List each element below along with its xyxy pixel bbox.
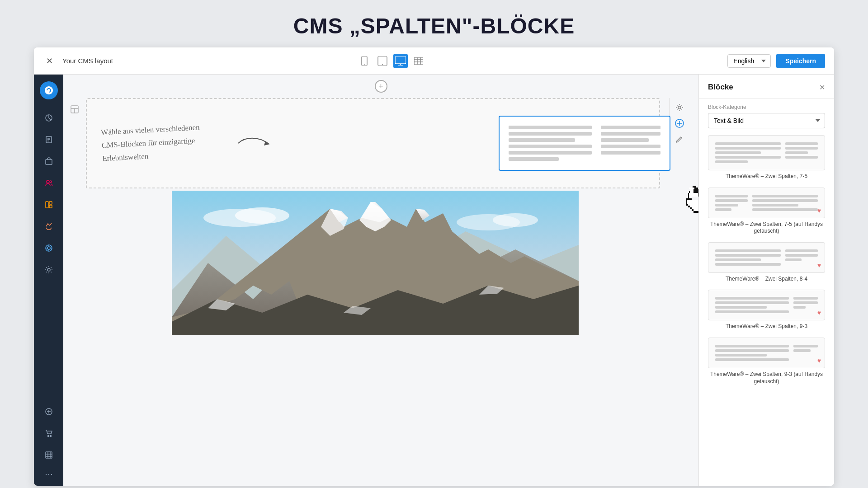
handwriting-annotation: Wähle aus vielen verschiedenen CMS-Blöck… bbox=[101, 121, 202, 165]
text-line bbox=[509, 151, 592, 155]
block-preview-7-5-swap: ♥ bbox=[708, 188, 825, 218]
heart-icon[interactable]: ♥ bbox=[817, 357, 821, 364]
editor-right-controls: English Deutsch Speichern bbox=[727, 54, 825, 68]
block-card-9-3-swap[interactable]: ♥ ThemeWare® – Zwei Spalten, 9-3 (auf Ha… bbox=[708, 338, 825, 385]
text-line bbox=[601, 126, 660, 129]
preview-line bbox=[715, 297, 789, 300]
blocks-panel-header: Blöcke ✕ bbox=[699, 75, 834, 99]
sidebar-more[interactable]: ⋯ bbox=[45, 469, 53, 479]
svg-rect-22 bbox=[49, 205, 52, 208]
svg-rect-17 bbox=[46, 160, 52, 164]
sidebar-item-add[interactable] bbox=[39, 402, 59, 422]
add-block-button[interactable]: + bbox=[375, 80, 387, 93]
cursor bbox=[686, 186, 698, 219]
category-select[interactable]: Text & Bild Text Bild bbox=[708, 113, 825, 128]
block-name-8-4: ThemeWare® – Zwei Spalten, 8-4 bbox=[708, 276, 825, 283]
preview-line bbox=[715, 306, 767, 309]
svg-point-19 bbox=[50, 181, 52, 183]
blocks-panel: Blöcke ✕ Block-Kategorie Text & Bild Tex… bbox=[698, 75, 834, 486]
sidebar-item-layout[interactable] bbox=[39, 195, 59, 215]
settings-icon[interactable] bbox=[675, 103, 684, 113]
preview-line bbox=[715, 208, 731, 211]
svg-rect-63 bbox=[689, 197, 692, 198]
preview-line bbox=[715, 349, 789, 352]
save-button[interactable]: Speichern bbox=[776, 54, 825, 68]
svg-point-86 bbox=[678, 106, 681, 109]
svg-rect-59 bbox=[693, 211, 698, 213]
svg-rect-35 bbox=[46, 452, 52, 458]
block-name-7-5-swap: ThemeWare® – Zwei Spalten, 7-5 (auf Hand… bbox=[708, 221, 825, 235]
desktop-view-icon[interactable] bbox=[393, 54, 408, 68]
preview-line bbox=[715, 345, 789, 347]
preview-line bbox=[715, 354, 767, 357]
sidebar-item-table[interactable] bbox=[39, 445, 59, 465]
preview-line bbox=[752, 199, 818, 202]
block-card-7-5-swap[interactable]: ♥ ThemeWare® – Zwei Spalten, 7-5 (auf Ha… bbox=[708, 188, 825, 235]
svg-point-71 bbox=[235, 207, 289, 224]
preview-line bbox=[752, 204, 798, 206]
block-card-7-5[interactable]: ThemeWare® – Zwei Spalten, 7-5 bbox=[708, 135, 825, 180]
preview-line bbox=[793, 306, 806, 309]
svg-rect-68 bbox=[693, 209, 698, 211]
block-wrapper: Wähle aus vielen verschiedenen CMS-Blöck… bbox=[63, 98, 698, 337]
svg-point-1 bbox=[364, 64, 365, 65]
svg-point-73 bbox=[493, 213, 538, 227]
svg-point-3 bbox=[382, 64, 383, 65]
preview-line bbox=[752, 195, 818, 197]
svg-point-33 bbox=[47, 436, 49, 437]
block-preview-9-3: ♥ bbox=[708, 290, 825, 320]
svg-point-29 bbox=[47, 268, 50, 271]
arrow-annotation bbox=[236, 134, 272, 152]
svg-rect-4 bbox=[395, 56, 406, 64]
category-label: Block-Kategorie bbox=[699, 99, 834, 113]
sidebar-item-settings[interactable] bbox=[39, 260, 59, 280]
text-line bbox=[601, 151, 660, 155]
sidebar-item-integrations[interactable] bbox=[39, 238, 59, 258]
preview-line bbox=[715, 254, 781, 257]
block-preview bbox=[509, 126, 660, 161]
edit-icon[interactable] bbox=[675, 135, 684, 145]
heart-icon[interactable]: ♥ bbox=[817, 309, 821, 316]
block-layout-icon[interactable] bbox=[68, 103, 81, 116]
svg-rect-62 bbox=[689, 193, 698, 197]
grid-view-icon[interactable] bbox=[411, 54, 426, 68]
editor-body: ⋯ + bbox=[34, 75, 834, 486]
mobile-view-icon[interactable] bbox=[357, 54, 372, 68]
sidebar-item-users[interactable] bbox=[39, 173, 59, 193]
svg-rect-67 bbox=[692, 207, 698, 209]
page-title-area: CMS „SPALTEN"-BLÖCKE bbox=[0, 0, 868, 47]
sidebar-item-cart[interactable] bbox=[39, 423, 59, 443]
sidebar-logo bbox=[40, 81, 58, 99]
text-line bbox=[509, 138, 575, 142]
sidebar-item-analytics[interactable] bbox=[39, 108, 59, 128]
svg-rect-66 bbox=[690, 206, 698, 207]
sidebar-item-marketing[interactable] bbox=[39, 216, 59, 236]
preview-line bbox=[715, 160, 748, 163]
editor-window: ✕ Your CMS layout bbox=[34, 47, 834, 486]
heart-icon[interactable]: ♥ bbox=[817, 207, 821, 214]
block-name-9-3: ThemeWare® – Zwei Spalten, 9-3 bbox=[708, 323, 825, 330]
add-block-icon[interactable] bbox=[675, 119, 684, 130]
block-card-9-3[interactable]: ♥ ThemeWare® – Zwei Spalten, 9-3 bbox=[708, 290, 825, 330]
language-select[interactable]: English Deutsch bbox=[727, 54, 771, 68]
close-button[interactable]: ✕ bbox=[43, 55, 56, 67]
mountain-svg bbox=[86, 191, 665, 335]
text-line bbox=[509, 132, 592, 136]
preview-line bbox=[715, 301, 789, 304]
sidebar-item-products[interactable] bbox=[39, 151, 59, 171]
placeholder-block: Wähle aus vielen verschiedenen CMS-Blöck… bbox=[86, 98, 660, 188]
preview-line bbox=[785, 151, 808, 154]
blocks-panel-close[interactable]: ✕ bbox=[819, 83, 825, 92]
preview-line bbox=[793, 345, 818, 347]
svg-rect-44 bbox=[693, 186, 696, 188]
block-preview-8-4: ♥ bbox=[708, 242, 825, 273]
block-card-8-4[interactable]: ♥ ThemeWare® – Zwei Spalten, 8-4 bbox=[708, 242, 825, 283]
heart-icon[interactable]: ♥ bbox=[817, 262, 821, 269]
tablet-view-icon[interactable] bbox=[375, 54, 390, 68]
preview-line bbox=[785, 142, 818, 145]
block-preview-9-3-swap: ♥ bbox=[708, 338, 825, 368]
preview-line bbox=[715, 249, 781, 252]
selected-block[interactable] bbox=[499, 116, 670, 171]
sidebar-item-pages[interactable] bbox=[39, 130, 59, 150]
view-icons bbox=[357, 54, 426, 68]
